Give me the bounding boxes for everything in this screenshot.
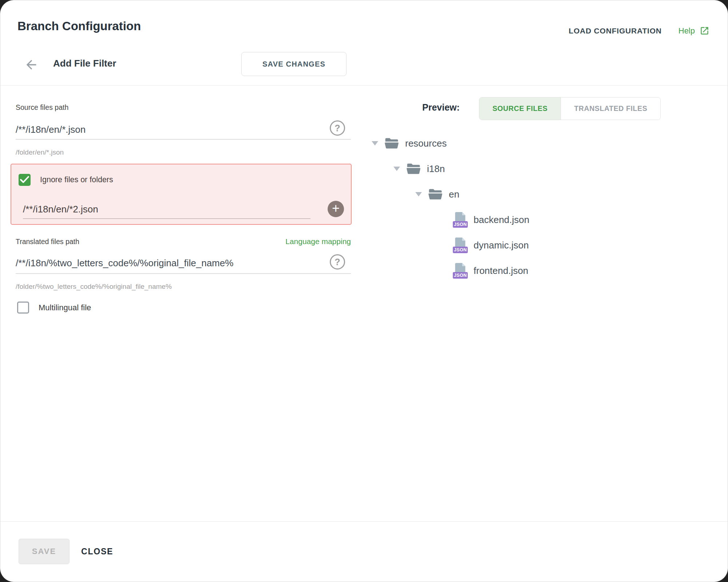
json-file-icon: JSON [455, 237, 468, 253]
json-badge: JSON [453, 247, 468, 253]
tab-source-files[interactable]: SOURCE FILES [479, 97, 561, 120]
file-name: backend.json [474, 214, 529, 226]
ignore-files-label: Ignore files or folders [40, 175, 113, 184]
save-changes-button[interactable]: SAVE CHANGES [241, 52, 347, 76]
ignore-input-underline [23, 218, 310, 219]
multilingual-checkbox[interactable] [17, 302, 29, 314]
tree-row-frontend.json[interactable]: JSONfrontend.json [455, 258, 529, 283]
tree-row-backend.json[interactable]: JSONbackend.json [455, 207, 529, 232]
load-configuration-button[interactable]: LOAD CONFIGURATION [569, 27, 662, 35]
footer-divider [0, 521, 728, 522]
file-tree: resourcesi18nenJSONbackend.jsonJSONdynam… [372, 131, 529, 283]
multilingual-row: Multilingual file [17, 302, 91, 314]
translated-input-underline [16, 273, 351, 274]
help-link[interactable]: Help [678, 26, 709, 36]
folder-icon [385, 137, 399, 149]
ignore-files-checkbox[interactable] [19, 174, 31, 186]
json-file-icon: JSON [455, 212, 468, 228]
help-circle-icon[interactable]: ? [330, 120, 345, 136]
preview-label: Preview: [422, 102, 460, 113]
json-badge: JSON [453, 221, 468, 228]
translated-files-path-hint: /folder/%two_letters_code%/%original_fil… [16, 283, 172, 291]
page-title: Branch Configuration [17, 19, 141, 33]
json-file-icon: JSON [455, 263, 468, 279]
tree-row-dynamic.json[interactable]: JSONdynamic.json [455, 232, 529, 258]
help-circle-icon[interactable]: ? [330, 254, 345, 270]
translated-files-path-label: Translated files path [16, 238, 79, 246]
tree-row-resources[interactable]: resources [372, 131, 529, 156]
subpage-title: Add File Filter [53, 58, 116, 69]
folder-icon [407, 163, 420, 175]
folder-name: i18n [427, 163, 445, 175]
preview-toggle: SOURCE FILES TRANSLATED FILES [479, 97, 661, 120]
chevron-expander-triangle-icon[interactable] [372, 141, 378, 146]
ignore-pattern-input[interactable]: /**/i18n/en/*2.json [23, 200, 98, 218]
json-badge: JSON [453, 272, 468, 279]
file-name: frontend.json [474, 265, 528, 276]
back-arrow-icon [24, 57, 39, 72]
file-name: dynamic.json [474, 240, 529, 251]
folder-name: en [449, 189, 459, 200]
tree-row-i18n[interactable]: i18n [393, 156, 529, 182]
source-files-path-input[interactable]: /**/i18n/en/*.json [16, 120, 329, 139]
folder-icon [428, 188, 442, 200]
checkbox-check-icon [20, 176, 29, 183]
translated-files-path-input[interactable]: /**/i18n/%two_letters_code%/%original_fi… [16, 254, 329, 272]
close-button[interactable]: CLOSE [81, 539, 113, 564]
ignore-files-highlight-box: Ignore files or folders /**/i18n/en/*2.j… [11, 164, 352, 225]
source-files-path-hint: /folder/en/*.json [16, 148, 64, 156]
source-files-path-label: Source files path [16, 103, 68, 112]
add-ignore-pattern-button[interactable]: + [328, 201, 344, 217]
ignore-files-row: Ignore files or folders [19, 174, 113, 186]
save-button[interactable]: SAVE [19, 539, 70, 564]
tree-row-en[interactable]: en [415, 182, 529, 207]
header-divider [0, 85, 728, 85]
multilingual-label: Multilingual file [39, 303, 91, 312]
external-link-icon [700, 26, 709, 36]
chevron-expander-triangle-icon[interactable] [415, 192, 422, 196]
branch-configuration-dialog: Branch Configuration LOAD CONFIGURATION … [0, 0, 728, 582]
add-pattern-icon: + [332, 202, 340, 215]
header-actions: LOAD CONFIGURATION Help [569, 26, 709, 36]
translated-files-header-row: Translated files path Language mapping [16, 237, 351, 246]
back-button[interactable] [24, 57, 39, 72]
folder-name: resources [405, 138, 447, 149]
chevron-expander-triangle-icon[interactable] [393, 167, 400, 171]
help-link-label: Help [678, 26, 695, 36]
tab-translated-files[interactable]: TRANSLATED FILES [561, 97, 660, 120]
language-mapping-link[interactable]: Language mapping [285, 237, 351, 246]
source-input-underline [16, 139, 351, 140]
